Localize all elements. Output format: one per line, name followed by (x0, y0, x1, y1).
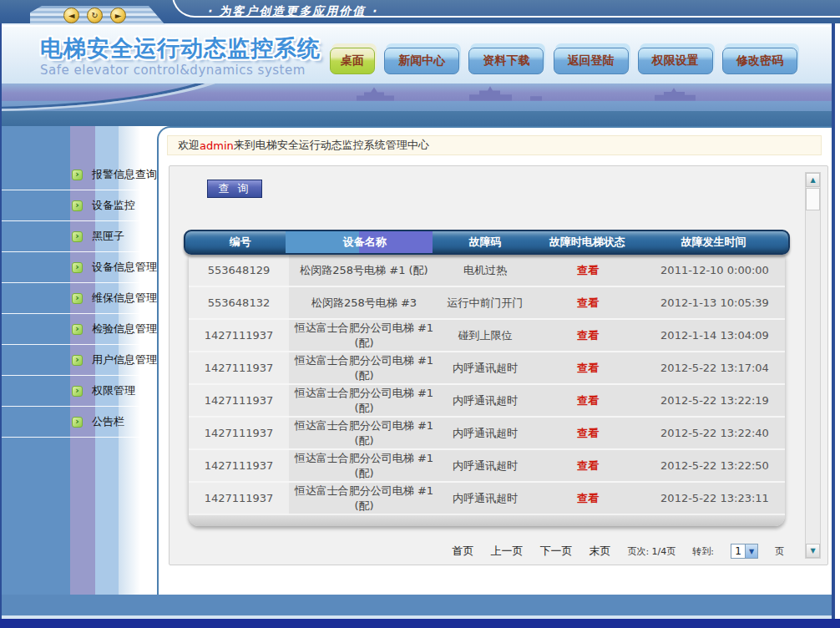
browser-buttons: ◄ ↻ ► (63, 8, 126, 23)
nav-button-label: 新闻中心 (398, 53, 445, 67)
cell-device-name: 恒达富士合肥分公司电梯 #1 (配) (289, 483, 439, 514)
welcome-banner: 欢迎 admin 来到电梯安全运行动态监控系统管理中心 (167, 135, 822, 155)
scroll-up-icon[interactable]: ▲ (806, 173, 820, 187)
app-logo: 电梯安全运行动态监控系统 Safe elevator control&dynam… (40, 33, 321, 78)
next-page-link[interactable]: 下一页 (539, 544, 572, 559)
cell-device-id: 1427111937 (189, 320, 289, 351)
nav-button[interactable]: 修改密码 (722, 48, 797, 74)
chevron-down-icon: ▼ (745, 544, 757, 558)
column-header-fault-time: 故障发生时间 (644, 235, 783, 250)
cell-elevator-state: 查看 (531, 320, 645, 351)
city-skyline-graphic (2, 84, 832, 111)
cell-device-id: 1427111937 (189, 483, 289, 514)
sidebar-item-label: 黑匣子 (92, 229, 124, 244)
scrollbar-thumb[interactable] (806, 188, 820, 210)
view-link[interactable]: 查看 (577, 458, 599, 474)
table-row: 1427111937 恒达富士合肥分公司电梯 #1 (配) 碰到上限位 查看 2… (189, 320, 785, 352)
arrow-bullet-icon: › (72, 293, 83, 304)
welcome-prefix: 欢迎 (178, 138, 200, 153)
city-skyline-banner (2, 84, 832, 111)
cell-fault-code: 内呼通讯超时 (439, 483, 531, 514)
prev-page-link[interactable]: 上一页 (490, 544, 523, 559)
back-icon[interactable]: ◄ (63, 8, 79, 23)
sidebar-item-label: 设备监控 (92, 198, 135, 213)
cell-fault-time: 2012-5-22 13:22:50 (645, 450, 785, 481)
query-button[interactable]: 查 询 (207, 180, 262, 198)
refresh-icon[interactable]: ↻ (87, 8, 103, 23)
sidebar-item[interactable]: › 黑匣子 (2, 221, 157, 252)
cell-elevator-state: 查看 (531, 450, 645, 481)
nav-button-label: 桌面 (341, 53, 364, 67)
sidebar-item-label: 权限管理 (92, 383, 135, 398)
cell-fault-code: 内呼通讯超时 (439, 352, 531, 383)
page-unit-label: 页 (775, 545, 784, 558)
app-window: ◄ ↻ ► · 为客户创造更多应用价值 · 电梯安全运行动态监控系统 Safe … (0, 0, 840, 628)
sidebar-item-label: 维保信息管理 (92, 291, 157, 306)
cell-device-id: 1427111937 (189, 450, 289, 481)
view-link[interactable]: 查看 (577, 361, 599, 376)
first-page-link[interactable]: 首页 (452, 544, 473, 559)
content-area: 欢迎 admin 来到电梯安全运行动态监控系统管理中心 查 询 编号 设备名称 … (157, 126, 832, 595)
view-link[interactable]: 查看 (577, 491, 599, 506)
sidebar-item[interactable]: › 公告栏 (2, 407, 157, 438)
page-select[interactable]: 1 ▼ (731, 544, 758, 559)
arrow-bullet-icon: › (72, 355, 83, 366)
sidebar-item-label: 报警信息查询 (92, 167, 157, 182)
nav-button[interactable]: 返回登陆 (554, 48, 629, 74)
column-header-elevator-state: 故障时电梯状态 (531, 235, 644, 250)
arrow-bullet-icon: › (72, 262, 83, 273)
table-row: 1427111937 恒达富士合肥分公司电梯 #1 (配) 内呼通讯超时 查看 … (189, 483, 785, 515)
sidebar-item-label: 设备信息管理 (92, 260, 157, 275)
content-panel: 查 询 编号 设备名称 故障码 故障时电梯状态 故障发生时间 553648129… (169, 165, 828, 565)
goto-label: 转到: (692, 545, 714, 558)
vertical-scrollbar[interactable]: ▲ ▼ (805, 172, 821, 559)
cell-elevator-state: 查看 (531, 385, 645, 416)
view-link[interactable]: 查看 (577, 328, 599, 343)
nav-button[interactable]: 权限设置 (638, 48, 713, 74)
sidebar-item[interactable]: › 维保信息管理 (2, 283, 157, 314)
sidebar-item[interactable]: › 检验信息管理 (2, 314, 157, 345)
nav-button[interactable]: 桌面 (330, 48, 375, 74)
welcome-username: admin (200, 139, 234, 152)
cell-fault-code: 电机过热 (439, 255, 531, 286)
sidebar-item[interactable]: › 用户信息管理 (2, 345, 157, 376)
sidebar-item[interactable]: › 报警信息查询 (2, 160, 157, 190)
arrow-bullet-icon: › (72, 386, 83, 397)
page-select-value: 1 (731, 544, 745, 558)
view-link[interactable]: 查看 (577, 263, 599, 278)
cell-fault-code: 内呼通讯超时 (439, 418, 531, 448)
scroll-down-icon[interactable]: ▼ (806, 544, 820, 558)
view-link[interactable]: 查看 (577, 393, 599, 408)
footer-band (0, 595, 835, 615)
page-left-border (0, 23, 2, 619)
nav-button[interactable]: 新闻中心 (384, 48, 459, 74)
sidebar: › 报警信息查询 › 设备监控 › 黑匣子 › 设备信息管理 › 维保信息管理 … (2, 126, 157, 595)
table-body: 553648129 松闵路258号电梯 #1 (配) 电机过热 查看 2011-… (189, 255, 785, 515)
cell-device-name: 松闵路258号电梯 #1 (配) (289, 255, 439, 286)
view-link[interactable]: 查看 (577, 426, 599, 441)
sidebar-item-label: 用户信息管理 (92, 352, 157, 367)
cell-device-name: 松闵路258号电梯 #3 (289, 287, 439, 318)
last-page-link[interactable]: 末页 (589, 544, 610, 559)
cell-fault-code: 运行中前门开门 (439, 287, 531, 318)
table-row: 1427111937 恒达富士合肥分公司电梯 #1 (配) 内呼通讯超时 查看 … (189, 385, 785, 418)
nav-button-label: 返回登陆 (568, 53, 615, 67)
pagination: 首页 上一页 下一页 末页 页次: 1/4页 转到: 1 ▼ 页 (452, 544, 784, 559)
sidebar-item[interactable]: › 权限管理 (2, 376, 157, 407)
table-row: 1427111937 恒达富士合肥分公司电梯 #1 (配) 内呼通讯超时 查看 … (189, 352, 785, 385)
cell-fault-time: 2012-1-13 10:05:39 (645, 287, 785, 318)
main-nav: 桌面 新闻中心 资料下载 返回登陆 权限设置 修改密码 (330, 48, 797, 74)
forward-icon[interactable]: ► (110, 8, 126, 23)
welcome-suffix: 来到电梯安全运行动态监控系统管理中心 (234, 138, 429, 153)
cell-fault-time: 2012-5-22 13:17:04 (645, 352, 785, 383)
cell-device-name: 恒达富士合肥分公司电梯 #1 (配) (289, 352, 439, 383)
nav-button[interactable]: 资料下载 (468, 48, 544, 74)
app-subtitle: Safe elevator control&dynamics system (40, 63, 321, 78)
cell-device-id: 1427111937 (189, 352, 289, 383)
cell-elevator-state: 查看 (531, 352, 645, 383)
page-right-gutter (835, 23, 840, 619)
view-link[interactable]: 查看 (577, 296, 599, 311)
sidebar-item[interactable]: › 设备信息管理 (2, 252, 157, 283)
column-header-fault-code: 故障码 (439, 235, 530, 250)
sidebar-item[interactable]: › 设备监控 (2, 190, 157, 221)
